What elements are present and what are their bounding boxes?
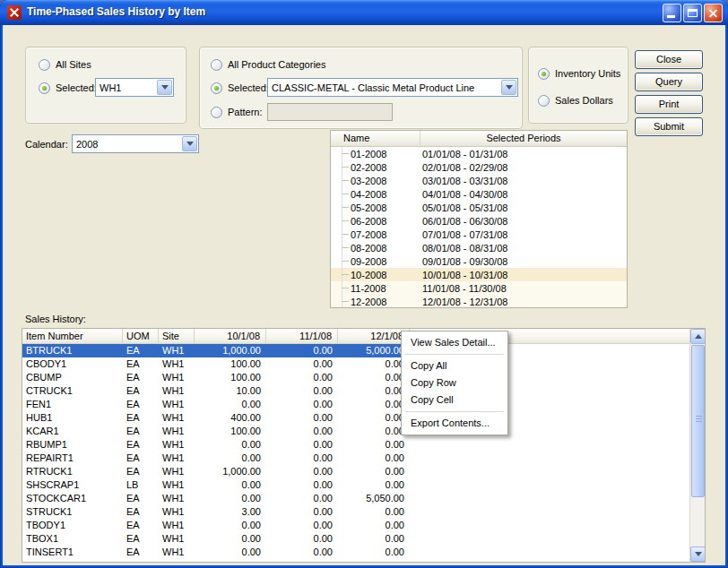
period-row[interactable]: 04-200804/01/08 - 04/30/08 xyxy=(331,187,627,201)
scrollbar-thumb[interactable] xyxy=(691,345,705,497)
selected-category-label: Selected: xyxy=(228,82,269,93)
calendar-combobox-button[interactable] xyxy=(182,136,197,151)
site-combobox[interactable]: WH1 xyxy=(95,78,174,97)
scroll-up-button[interactable] xyxy=(690,329,706,344)
submit-button[interactable]: Submit xyxy=(635,117,703,136)
selected-site-radio[interactable] xyxy=(39,82,50,94)
table-cell: WH1 xyxy=(159,425,195,438)
table-row[interactable]: TBOX1EAWH10.000.000.00 xyxy=(22,532,705,546)
period-row[interactable]: 10-200810/01/08 - 10/31/08 xyxy=(331,268,627,281)
period-row[interactable]: 06-200806/01/08 - 06/30/08 xyxy=(331,214,627,228)
table-cell: 0.00 xyxy=(338,438,410,452)
period-row[interactable]: 11-200811/01/08 - 11/30/08 xyxy=(331,281,627,295)
column-header-uom[interactable]: UOM xyxy=(123,329,159,343)
table-row[interactable]: STRUCK1EAWH13.000.000.00 xyxy=(22,505,705,519)
period-row[interactable]: 05-200805/01/08 - 05/31/08 xyxy=(331,201,627,214)
periods-name-column-header[interactable]: Name xyxy=(331,131,420,146)
table-cell: 0.00 xyxy=(195,452,266,465)
scroll-down-button[interactable] xyxy=(690,546,706,562)
category-combobox-button[interactable] xyxy=(501,80,516,95)
table-cell: 0.00 xyxy=(266,438,338,452)
table-cell: WH1 xyxy=(159,505,195,519)
inventory-units-radio[interactable] xyxy=(538,68,550,80)
table-cell: 5,050.00 xyxy=(338,492,410,505)
table-row[interactable]: STOCKCAR1EAWH10.000.005,050.00 xyxy=(22,492,705,505)
menu-item[interactable]: Copy Row xyxy=(403,374,506,392)
table-row[interactable]: CTRUCK1EAWH110.000.000.00 xyxy=(22,384,705,398)
column-header-period1[interactable]: 10/1/08 xyxy=(195,329,266,343)
column-header-period3[interactable]: 12/1/08 xyxy=(338,329,410,343)
close-window-button[interactable] xyxy=(704,4,723,22)
query-button[interactable]: Query xyxy=(635,73,703,91)
row-filler xyxy=(410,532,705,546)
period-row[interactable]: 07-200807/01/08 - 07/31/08 xyxy=(331,228,627,241)
table-row[interactable]: TBODY1EAWH10.000.000.00 xyxy=(22,519,705,532)
row-filler xyxy=(410,478,705,492)
period-name: 10-2008 xyxy=(351,270,422,280)
table-cell: STRUCK1 xyxy=(22,505,123,519)
table-row[interactable]: TINSERT1EAWH10.000.000.00 xyxy=(22,546,705,559)
sales-dollars-radio[interactable] xyxy=(538,95,550,107)
pattern-input[interactable] xyxy=(267,103,393,121)
table-row[interactable]: FEN1EAWH10.000.000.00 xyxy=(22,398,705,411)
calendar-combobox[interactable]: 2008 xyxy=(72,134,199,153)
periods-selected-column-header[interactable]: Selected Periods xyxy=(420,131,627,146)
table-cell: 0.00 xyxy=(338,411,410,425)
minimize-icon xyxy=(667,15,675,18)
arrow-down-icon xyxy=(695,552,702,556)
period-row[interactable]: 09-200809/01/08 - 09/30/08 xyxy=(331,254,627,268)
table-cell: WH1 xyxy=(159,438,195,452)
period-range: 12/01/08 - 12/31/08 xyxy=(422,297,627,307)
table-row[interactable]: KCAR1EAWH1100.000.000.00 xyxy=(22,425,705,438)
client-area: All Sites Selected: WH1 All Product Cate… xyxy=(3,25,725,565)
sales-dollars-label: Sales Dollars xyxy=(555,95,613,106)
table-row[interactable]: CBUMPEAWH1100.000.000.00 xyxy=(22,371,705,384)
table-row[interactable]: CBODY1EAWH1100.000.000.00 xyxy=(22,357,705,371)
category-combobox[interactable]: CLASSIC-METAL - Classic Metal Product Li… xyxy=(267,78,518,97)
sales-history-table: Item Number UOM Site 10/1/08 11/1/08 12/… xyxy=(22,328,706,563)
minimize-button[interactable] xyxy=(663,4,681,22)
menu-item[interactable]: Export Contents... xyxy=(403,415,506,432)
period-row[interactable]: 08-200808/01/08 - 08/31/08 xyxy=(331,241,627,254)
period-row[interactable]: 12-200812/01/08 - 12/31/08 xyxy=(331,295,627,308)
table-row[interactable]: SHSCRAP1LBWH10.000.000.00 xyxy=(22,478,705,492)
table-cell: 0.00 xyxy=(338,519,410,532)
table-cell: EA xyxy=(123,532,159,546)
app-icon xyxy=(7,5,22,20)
table-row[interactable]: BTRUCK1EAWH11,000.000.005,000.00 xyxy=(22,344,705,357)
period-row[interactable]: 02-200802/01/08 - 02/29/08 xyxy=(331,160,627,174)
table-row[interactable]: RBUMP1EAWH10.000.000.00 xyxy=(22,438,705,452)
menu-item[interactable]: View Sales Detail... xyxy=(403,334,506,351)
period-row[interactable]: 01-200801/01/08 - 01/31/08 xyxy=(331,147,627,160)
column-header-period2[interactable]: 11/1/08 xyxy=(266,329,338,343)
menu-item[interactable]: Copy All xyxy=(403,357,506,374)
selected-category-radio[interactable] xyxy=(211,82,222,94)
all-categories-radio[interactable] xyxy=(211,59,222,71)
categories-groupbox: All Product Categories Selected: CLASSIC… xyxy=(199,47,523,129)
maximize-button[interactable] xyxy=(683,4,702,22)
table-cell: 0.00 xyxy=(195,492,266,505)
column-header-item-number[interactable]: Item Number xyxy=(22,329,123,343)
period-range: 08/01/08 - 08/31/08 xyxy=(422,243,627,254)
table-cell: 0.00 xyxy=(266,492,338,505)
table-row[interactable]: REPAIRT1EAWH10.000.000.00 xyxy=(22,452,705,465)
category-combobox-value: CLASSIC-METAL - Classic Metal Product Li… xyxy=(268,82,500,93)
table-row[interactable]: RTRUCK1EAWH11,000.000.000.00 xyxy=(22,465,705,478)
period-name: 02-2008 xyxy=(351,162,422,173)
table-cell: EA xyxy=(123,357,159,371)
print-button[interactable]: Print xyxy=(635,95,703,114)
all-sites-radio[interactable] xyxy=(39,59,50,71)
menu-item[interactable]: Copy Cell xyxy=(403,392,506,409)
close-button[interactable]: Close xyxy=(635,50,703,69)
table-cell: CTRUCK1 xyxy=(22,384,123,398)
table-cell: 0.00 xyxy=(266,546,338,559)
period-row[interactable]: 03-200803/01/08 - 03/31/08 xyxy=(331,174,627,187)
context-menu-items: View Sales Detail...Copy AllCopy RowCopy… xyxy=(403,334,506,432)
table-row[interactable]: HUB1EAWH1400.000.000.00 xyxy=(22,411,705,425)
vertical-scrollbar[interactable] xyxy=(689,329,705,562)
site-combobox-button[interactable] xyxy=(157,80,172,95)
period-range: 10/01/08 - 10/31/08 xyxy=(422,270,627,280)
period-name: 04-2008 xyxy=(351,189,422,200)
column-header-site[interactable]: Site xyxy=(159,329,195,343)
pattern-radio[interactable] xyxy=(211,107,222,118)
